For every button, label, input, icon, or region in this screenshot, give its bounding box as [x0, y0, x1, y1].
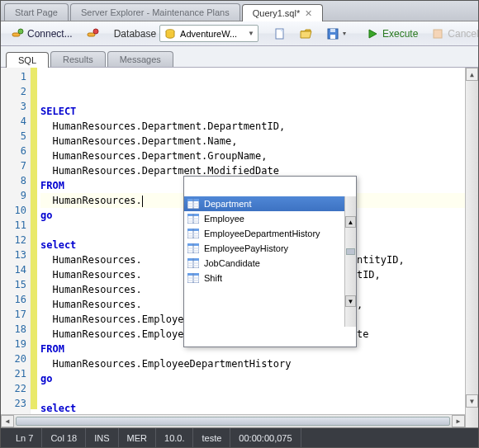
change-mark: [31, 112, 37, 127]
tab-sql[interactable]: SQL: [6, 52, 49, 68]
chevron-down-icon[interactable]: ▼: [248, 30, 254, 37]
status-col: Col 18: [42, 428, 86, 447]
close-icon[interactable]: ✕: [305, 8, 312, 19]
disconnect-button[interactable]: [81, 26, 104, 42]
table-icon: [187, 214, 199, 224]
open-button[interactable]: [295, 26, 318, 42]
svg-rect-8: [330, 29, 335, 32]
line-number: 15: [1, 277, 26, 292]
autocomplete-item[interactable]: EmployeePayHistory: [184, 241, 344, 256]
change-marks: [31, 68, 37, 427]
connect-button[interactable]: Connect...: [6, 26, 78, 42]
code-line[interactable]: SELECT: [40, 104, 465, 119]
sql-editor[interactable]: 1234567891011121314151617181920212223 SE…: [1, 68, 478, 428]
autocomplete-item[interactable]: EmployeeDepartmentHistory: [184, 226, 344, 241]
code-line[interactable]: [40, 386, 465, 401]
status-spacer: [301, 428, 472, 447]
status-time: 00:00:00,075: [230, 428, 301, 447]
change-mark: [31, 97, 37, 112]
autocomplete-item-label: Department: [204, 199, 251, 209]
line-number: 5: [1, 129, 26, 144]
execute-button[interactable]: Execute: [361, 26, 423, 42]
tab-results[interactable]: Results: [50, 51, 106, 67]
change-mark: [31, 320, 37, 335]
svg-rect-2: [88, 33, 95, 36]
code-area[interactable]: SELECT HumanResources.Department.Departm…: [37, 68, 465, 427]
database-input[interactable]: [180, 29, 244, 39]
change-mark: [31, 335, 37, 350]
change-mark: [31, 350, 37, 365]
scroll-up-icon[interactable]: ▲: [345, 216, 356, 228]
scroll-thumb[interactable]: [346, 248, 355, 255]
chevron-down-icon[interactable]: ▾: [343, 30, 346, 37]
autocomplete-item-label: Employee: [204, 214, 244, 224]
code-line[interactable]: HumanResources.Department.Name,: [40, 134, 465, 149]
line-number: 7: [1, 158, 26, 173]
change-mark: [31, 142, 37, 157]
cancel-button[interactable]: Cancel: [426, 26, 479, 42]
autocomplete-scrollbar[interactable]: ▲ ▼: [344, 196, 356, 327]
tab-query1[interactable]: Query1.sql*✕: [242, 4, 323, 21]
line-number: 4: [1, 114, 26, 129]
autocomplete-item-label: EmployeeDepartmentHistory: [204, 229, 320, 238]
line-number: 14: [1, 262, 26, 277]
tab-server-explorer[interactable]: Server Explorer - Maintenance Plans: [70, 3, 240, 21]
svg-point-1: [18, 29, 23, 34]
change-mark: [31, 261, 37, 276]
table-icon: [187, 199, 199, 209]
code-line[interactable]: HumanResources.EmployeeDepartmentHistory: [40, 356, 465, 371]
status-line: Ln 7: [7, 428, 42, 447]
change-mark: [31, 127, 37, 142]
scroll-down-icon[interactable]: ▼: [466, 394, 478, 408]
code-line[interactable]: HumanResources.Department.GroupName,: [40, 149, 465, 163]
autocomplete-item[interactable]: Shift: [184, 271, 344, 285]
line-number: 17: [1, 307, 26, 322]
line-number: 22: [1, 381, 26, 396]
code-line[interactable]: HumanResources.Department.DepartmentID,: [40, 119, 465, 134]
scroll-up-icon[interactable]: ▲: [466, 68, 478, 81]
line-gutter: 1234567891011121314151617181920212223: [1, 68, 31, 427]
line-number: 11: [1, 218, 26, 233]
autocomplete-popup[interactable]: DepartmentEmployeeEmployeeDepartmentHist…: [183, 176, 357, 347]
autocomplete-item[interactable]: Department: [184, 196, 344, 211]
table-icon: [187, 229, 199, 238]
status-ins: INS: [86, 428, 118, 447]
scroll-thumb[interactable]: [16, 417, 450, 426]
code-line[interactable]: go: [40, 371, 465, 386]
svg-rect-0: [12, 33, 20, 36]
document-tabs: Start Page Server Explorer - Maintenance…: [1, 1, 478, 21]
line-number: 18: [1, 322, 26, 337]
scroll-right-icon[interactable]: ▶: [452, 415, 465, 427]
scroll-down-icon[interactable]: ▼: [345, 295, 356, 307]
line-number: 9: [1, 188, 26, 203]
document-icon: [273, 27, 287, 40]
plug-off-icon: [86, 27, 99, 40]
status-mode: MER: [119, 428, 156, 447]
new-query-button[interactable]: [268, 26, 292, 42]
line-number: 6: [1, 144, 26, 158]
scroll-left-icon[interactable]: ◀: [1, 415, 14, 427]
tab-label: Server Explorer - Maintenance Plans: [81, 7, 230, 17]
change-mark: [31, 305, 37, 320]
plug-icon: [11, 27, 24, 40]
caret: [142, 196, 143, 207]
change-mark: [31, 380, 37, 394]
toolbar: Connect... Database ▼ ▾ Execute Cancel ▾: [1, 21, 478, 46]
cancel-label: Cancel: [448, 28, 478, 40]
save-button[interactable]: ▾: [321, 26, 351, 42]
tab-start-page[interactable]: Start Page: [4, 3, 69, 21]
tab-label: Query1.sql*: [253, 8, 300, 18]
line-number: 20: [1, 351, 26, 366]
autocomplete-item-label: Shift: [204, 273, 222, 283]
autocomplete-item[interactable]: Employee: [184, 211, 344, 226]
vertical-scrollbar[interactable]: ▲ ▼: [465, 68, 478, 427]
database-combo[interactable]: ▼: [159, 25, 258, 42]
line-number: 3: [1, 99, 26, 114]
autocomplete-item[interactable]: JobCandidate: [184, 256, 344, 271]
database-icon: [164, 27, 177, 40]
change-mark: [31, 172, 37, 186]
tab-messages[interactable]: Messages: [107, 51, 173, 67]
change-mark: [31, 231, 37, 246]
svg-rect-9: [434, 30, 442, 38]
horizontal-scrollbar[interactable]: ◀ ▶: [1, 414, 465, 427]
